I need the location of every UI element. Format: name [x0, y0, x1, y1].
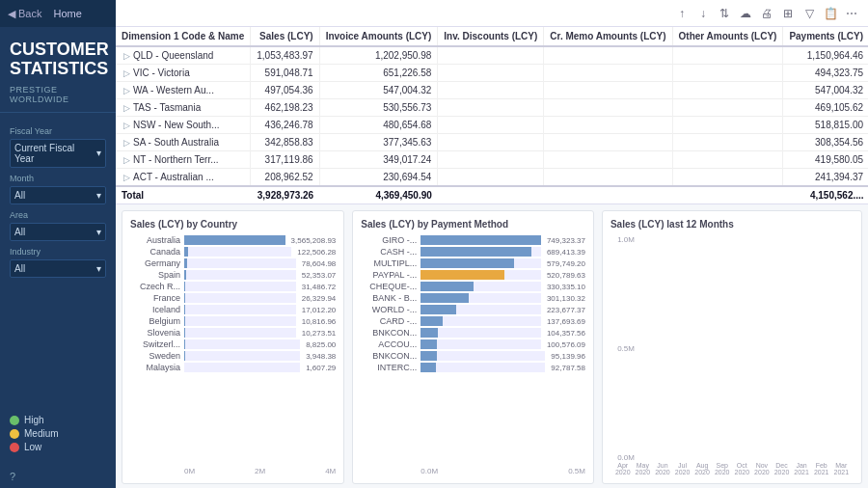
country-bar-value: 3,565,208.93 [291, 236, 337, 245]
payment-bar-value: 104,357.56 [547, 329, 585, 338]
main-content: ↑ ↓ ⇅ ☁ 🖨 ⊞ ▽ 📋 ⋯ Dimension 1 Code & Nam… [116, 0, 868, 488]
payment-bar-track [420, 270, 541, 280]
country-bar-label: Australia [130, 235, 180, 245]
table-row[interactable]: ▷TAS - Tasmania 462,198.23 530,556.73 46… [116, 99, 868, 117]
payment-bar-fill [420, 247, 531, 257]
country-bar-fill [184, 247, 188, 257]
col-name: Dimension 1 Code & Name [116, 27, 251, 46]
row-inv-disc [438, 99, 544, 117]
row-payments: 241,394.37 [783, 169, 868, 187]
payment-bar-track [420, 305, 541, 314]
col-other: Other Amounts (LCY) [672, 27, 783, 46]
country-bar-label: Sweden [130, 351, 180, 361]
total-invoice: 4,369,450.90 [319, 186, 438, 203]
country-bar-row: Belgium 10,816.96 [130, 316, 336, 326]
monthly-bars-container [637, 235, 854, 462]
country-axis: 0M2M4M [130, 467, 336, 475]
app-title: CUSTOMER STATISTICS [10, 41, 106, 79]
country-bar-track [184, 339, 300, 349]
row-inv-disc [438, 46, 544, 65]
country-bar-row: Canada 122,506.28 [130, 247, 336, 257]
country-bar-track [184, 258, 296, 268]
country-bar-track [184, 282, 296, 291]
monthly-x-label: Sep2020 [714, 462, 731, 475]
clipboard-icon[interactable]: 📋 [822, 5, 839, 22]
col-cr-memo: Cr. Memo Amounts (LCY) [544, 27, 672, 46]
row-inv-disc [438, 151, 544, 169]
monthly-x-label: Jan2021 [793, 462, 810, 475]
row-cr-memo [544, 134, 672, 151]
country-bar-label: Slovenia [130, 328, 180, 338]
country-bar-value: 17,012.20 [302, 306, 337, 314]
country-bar-row: Czech R... 31,486.72 [130, 282, 336, 291]
monthly-x-label: Nov2020 [753, 462, 771, 475]
table-row[interactable]: ▷ACT - Australian ... 208,962.52 230,694… [116, 169, 868, 187]
monthly-x-label: May2020 [635, 462, 652, 475]
row-cr-memo [544, 99, 672, 117]
country-bar-label: Belgium [130, 316, 180, 326]
country-bar-row: Australia 3,565,208.93 [130, 235, 336, 245]
row-cr-memo [544, 151, 672, 169]
country-bar-track [184, 328, 296, 338]
monthly-chart-title: Sales (LCY) last 12 Months [610, 219, 854, 230]
sort-asc-icon[interactable]: ↑ [673, 5, 691, 22]
payment-bar-row: PAYPAL -... 520,789.63 [361, 270, 585, 280]
legend-dot [10, 443, 19, 452]
payment-bar-label: BNKCON... [361, 328, 417, 338]
payment-bar-value: 301,130.32 [547, 294, 585, 303]
row-sales: 208,962.52 [251, 169, 319, 187]
industry-select[interactable]: All ▾ [10, 259, 106, 278]
monthly-x-label: Dec2020 [773, 462, 791, 475]
total-other [672, 186, 783, 203]
sort-desc-icon[interactable]: ↓ [694, 5, 712, 22]
monthly-x-axis: Apr2020May2020Jun2020Jul2020Aug2020Sep20… [610, 462, 854, 475]
table-row[interactable]: ▷VIC - Victoria 591,048.71 651,226.58 49… [116, 65, 868, 82]
back-button[interactable]: ◀ Back [8, 8, 41, 20]
month-label: Month [10, 174, 106, 183]
payment-bar-label: PAYPAL -... [361, 270, 417, 280]
payment-bar-fill [420, 339, 437, 349]
row-invoice: 651,226.58 [319, 65, 438, 82]
country-bar-label: Iceland [130, 305, 180, 314]
payment-bar-label: CARD -... [361, 316, 417, 326]
monthly-x-label: Aug2020 [693, 462, 711, 475]
sort-toggle-icon[interactable]: ⇅ [716, 5, 733, 22]
row-invoice: 1,202,950.98 [319, 46, 438, 65]
country-bar-label: Czech R... [130, 282, 180, 291]
back-arrow-icon: ◀ [8, 8, 15, 20]
table-row[interactable]: ▷NT - Northern Terr... 317,119.86 349,01… [116, 151, 868, 169]
home-link[interactable]: Home [53, 8, 81, 19]
print-icon[interactable]: 🖨 [758, 5, 775, 22]
monthly-x-label: Feb2021 [813, 462, 830, 475]
help-button[interactable]: ? [0, 465, 116, 488]
grid-icon[interactable]: ⊞ [779, 5, 797, 22]
country-bar-row: Germany 78,604.98 [130, 258, 336, 268]
payment-bar-value: 689,413.39 [547, 248, 585, 257]
row-invoice: 530,556.73 [319, 99, 438, 117]
monthly-x-label: Jul2020 [674, 462, 692, 475]
country-bar-row: Switzerl... 8,825.00 [130, 339, 336, 349]
legend-block: HighMediumLow [0, 407, 116, 465]
month-select[interactable]: All ▾ [10, 186, 106, 204]
legend-dot [10, 416, 19, 425]
fiscal-year-select[interactable]: Current Fiscal Year ▾ [10, 139, 106, 168]
cloud-icon[interactable]: ☁ [737, 5, 754, 22]
table-row[interactable]: ▷SA - South Australia 342,858.83 377,345… [116, 134, 868, 151]
payment-bar-value: 92,787.58 [551, 364, 585, 372]
row-sales: 462,198.23 [251, 99, 319, 117]
country-bar-track [184, 305, 296, 314]
area-select[interactable]: All ▾ [10, 223, 106, 241]
payment-bar-track [420, 363, 545, 372]
monthly-x-label: Apr2020 [614, 462, 632, 475]
payment-bar-track [420, 316, 541, 326]
country-bar-value: 52,353.07 [302, 271, 337, 280]
payment-bar-row: WORLD -... 223,677.37 [361, 305, 585, 314]
payment-bar-label: CHEQUE-... [361, 282, 417, 291]
filter-icon[interactable]: ▽ [800, 5, 818, 22]
monthly-x-label: Jun2020 [654, 462, 671, 475]
table-row[interactable]: ▷QLD - Queensland 1,053,483.97 1,202,950… [116, 46, 868, 65]
table-row[interactable]: ▷NSW - New South... 436,246.78 480,654.6… [116, 117, 868, 134]
row-other [672, 169, 783, 187]
table-row[interactable]: ▷WA - Western Au... 497,054.36 547,004.3… [116, 82, 868, 99]
more-icon[interactable]: ⋯ [843, 5, 860, 22]
